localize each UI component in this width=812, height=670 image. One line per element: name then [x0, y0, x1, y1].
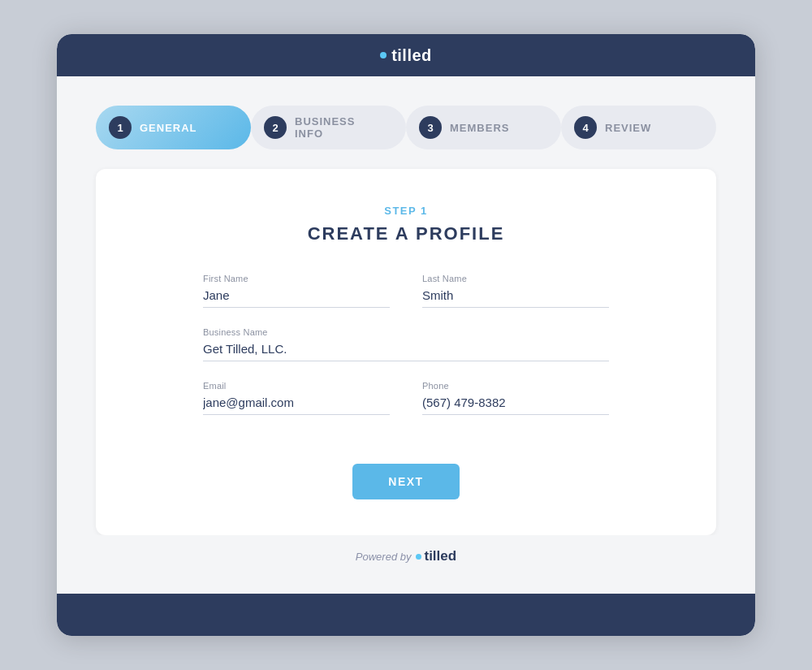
last-name-group: Last Name [422, 274, 609, 308]
business-name-group: Business Name [203, 327, 609, 361]
step-label-members: MEMBERS [450, 122, 509, 134]
step-number-4: 4 [574, 116, 597, 139]
powered-by-label: Powered by [356, 551, 412, 563]
footer-logo: tilled [416, 548, 456, 564]
step-number-1: 1 [109, 116, 132, 139]
main-card: tilled 1 GENERAL 2 BUSINESS INFO 3 [57, 34, 755, 636]
business-name-label: Business Name [203, 327, 609, 337]
powered-by-section: Powered by tilled [96, 535, 716, 571]
last-name-label: Last Name [422, 274, 609, 283]
logo-text: tilled [391, 46, 432, 65]
email-group: Email [203, 381, 390, 415]
last-name-input[interactable] [422, 288, 609, 308]
step-label-business-info: BUSINESS INFO [295, 115, 383, 140]
step-title: CREATE A PROFILE [308, 223, 505, 244]
email-input[interactable] [203, 396, 390, 415]
top-bar: tilled [57, 34, 755, 76]
form-fields: First Name Last Name Business Name [203, 274, 609, 434]
email-label: Email [203, 381, 390, 391]
logo-dot-icon [380, 52, 387, 58]
form-card: STEP 1 CREATE A PROFILE First Name Last … [96, 169, 716, 535]
step-label-review: REVIEW [605, 122, 651, 134]
phone-input[interactable] [422, 396, 609, 415]
first-name-group: First Name [203, 274, 390, 308]
step-general[interactable]: 1 GENERAL [96, 106, 251, 149]
footer-logo-text: tilled [424, 548, 456, 564]
step-number-2: 2 [264, 116, 287, 139]
step-number-3: 3 [419, 116, 442, 139]
next-button[interactable]: NEXT [352, 464, 459, 499]
first-name-input[interactable] [203, 288, 390, 308]
step-label-general: GENERAL [140, 122, 197, 134]
business-name-input[interactable] [203, 342, 609, 361]
name-row: First Name Last Name [203, 274, 609, 308]
step-review[interactable]: 4 REVIEW [561, 106, 716, 149]
step-business-info[interactable]: 2 BUSINESS INFO [251, 106, 406, 149]
top-bar-logo: tilled [380, 46, 432, 65]
footer-logo-dot [416, 554, 421, 560]
step-members[interactable]: 3 MEMBERS [406, 106, 561, 149]
first-name-label: First Name [203, 274, 390, 283]
stepper: 1 GENERAL 2 BUSINESS INFO 3 MEMBERS 4 [96, 106, 716, 149]
business-name-row: Business Name [203, 327, 609, 361]
contact-row: Email Phone [203, 381, 609, 415]
step-subtitle: STEP 1 [384, 205, 428, 217]
bottom-bar [57, 594, 755, 636]
content-area: 1 GENERAL 2 BUSINESS INFO 3 MEMBERS 4 [57, 76, 755, 594]
powered-inner: Powered by tilled [356, 548, 456, 564]
phone-label: Phone [422, 381, 609, 391]
phone-group: Phone [422, 381, 609, 415]
